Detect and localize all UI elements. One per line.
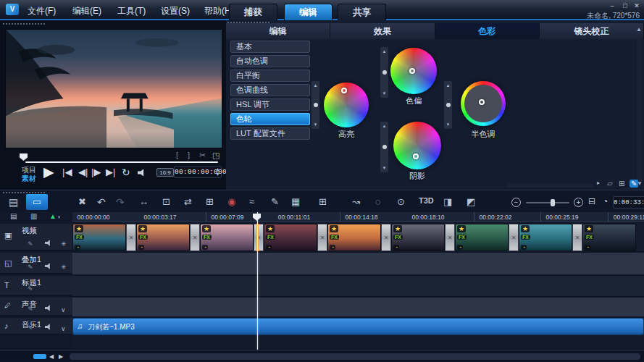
zoom-out-icon[interactable]: −	[511, 198, 521, 207]
track-mute-icon[interactable]	[45, 263, 52, 269]
video-clip[interactable]: ★FX◔	[264, 224, 317, 251]
track-header-voice[interactable]: 🖊 声音 ✎ ∨	[0, 298, 72, 316]
cast-color-wheel[interactable]	[390, 48, 437, 94]
clip-mode-label[interactable]: 素材	[22, 174, 36, 184]
timeline-zoom-slider[interactable]	[526, 202, 569, 203]
cast-wheel-indicator[interactable]	[409, 68, 415, 74]
option-lut-profile[interactable]: LUT 配置文件	[230, 127, 310, 140]
go-end-button[interactable]: ▶|	[106, 167, 115, 177]
pencil-icon[interactable]: ✎	[28, 306, 33, 313]
shadow-wheel-indicator[interactable]	[413, 153, 419, 159]
shadow-luma-slider[interactable]: ▲▼	[380, 122, 388, 172]
fit-project-icon[interactable]: ↔	[139, 196, 149, 207]
go-start-button[interactable]: |◀	[62, 167, 72, 177]
title-track-lane[interactable]	[72, 276, 644, 296]
transition-slot[interactable]: ✕	[509, 224, 519, 251]
video-clip[interactable]: ★FX◔	[200, 224, 254, 251]
storyboard-view-icon[interactable]: ▤	[9, 196, 18, 208]
step-forward-button[interactable]: |▶	[91, 167, 101, 177]
add-track-icon[interactable]: ▲	[49, 212, 57, 220]
timeline-ruler[interactable]: 00:00:00:00 00:00:03:17 00:00:07:09 00:0…	[72, 212, 644, 222]
playhead-line[interactable]	[257, 212, 258, 350]
volume-icon[interactable]	[138, 169, 146, 177]
highlight-wheel-indicator[interactable]	[341, 88, 347, 93]
panel-scrollbar[interactable]	[637, 39, 642, 184]
redo-icon[interactable]: ↷	[116, 196, 125, 208]
transition-slot[interactable]: ✕	[126, 224, 136, 251]
transition-slot[interactable]: ✕	[190, 224, 200, 251]
tools-icon[interactable]: ✖	[78, 196, 86, 207]
video-clip[interactable]: ★FX◔	[519, 224, 572, 251]
zoom-in-icon[interactable]: +	[574, 198, 583, 207]
transition-slot[interactable]: ✕	[381, 224, 391, 251]
shadow-color-wheel[interactable]	[393, 122, 441, 169]
timeline-zoom-knob[interactable]	[551, 199, 555, 206]
track-chevron-icon[interactable]: ∨	[61, 306, 66, 313]
fit-timeline-icon[interactable]: ⊟	[588, 196, 595, 206]
scroll-left-icon[interactable]: ◀	[49, 353, 54, 360]
enlarge-preview-icon[interactable]: ◳	[212, 151, 219, 160]
track-effect-icon[interactable]: ✳	[61, 240, 67, 248]
video-clip[interactable]: ★FX◔	[327, 224, 381, 251]
mode-tab-capture[interactable]: 捕获	[229, 4, 277, 20]
insert-clip-icon[interactable]: ⊞	[206, 196, 214, 207]
minimize-button[interactable]: –	[607, 2, 617, 10]
mode-tab-edit[interactable]: 编辑	[284, 4, 333, 20]
video-clip[interactable]: ★FX◔	[136, 224, 190, 251]
video-clip[interactable]: ★FX◔	[391, 224, 445, 251]
record-capture-icon[interactable]: ◉	[227, 196, 235, 207]
edit-mode-icon[interactable]: ✎	[630, 180, 638, 188]
transition-slot[interactable]: ✕	[254, 224, 264, 251]
midtone-color-ring[interactable]	[461, 81, 506, 126]
track-mute-icon[interactable]	[45, 305, 52, 311]
menu-edit[interactable]: 编辑(E)	[72, 5, 101, 17]
split-clip-icon[interactable]: ✂	[199, 151, 206, 160]
step-back-button[interactable]: ◀|	[78, 167, 88, 177]
track-effect-icon[interactable]: ✳	[61, 264, 67, 271]
scrub-marker[interactable]	[20, 153, 28, 161]
sound-mixer-icon[interactable]: ≈	[249, 196, 254, 207]
pencil-icon[interactable]: ✎	[28, 324, 33, 332]
music-clip[interactable]: ♫ 刀剑若~1.MP3	[72, 318, 644, 335]
ripple-edit-icon[interactable]: ⇄	[184, 196, 192, 207]
timeline-view-icon[interactable]: ▭	[26, 194, 48, 210]
menu-tools[interactable]: 工具(T)	[117, 5, 146, 17]
motion-tracking-icon[interactable]: ↝	[352, 196, 360, 207]
option-color-wheel[interactable]: 色轮	[230, 113, 310, 125]
resize-frame-icon[interactable]: ⊡	[162, 196, 170, 207]
track-manager-icon[interactable]: ▤	[10, 212, 17, 220]
add-track-dropdown-icon[interactable]: ▾	[58, 214, 60, 219]
undo-icon[interactable]: ↶	[97, 196, 106, 208]
subtitle-editor-icon[interactable]: ▦	[291, 196, 300, 207]
cast-luma-slider[interactable]: ▲▼	[380, 47, 388, 98]
folder-icon[interactable]: ▱	[607, 180, 613, 188]
overlay-track-lane[interactable]	[72, 253, 644, 274]
option-basic[interactable]: 基本	[230, 41, 310, 53]
track-menu-icon[interactable]: ▥	[30, 212, 37, 220]
video-clip[interactable]: ★FX◔	[72, 224, 126, 251]
transition-slot[interactable]: ✕	[445, 224, 455, 251]
panel-hscrollbar[interactable]	[507, 184, 593, 188]
layers-icon[interactable]: ◨	[443, 196, 452, 207]
grid-view-icon[interactable]: ⊞	[619, 180, 624, 188]
split-screen-template-icon[interactable]: ⊞	[319, 196, 327, 207]
scrub-track[interactable]	[25, 161, 218, 163]
pencil-icon[interactable]: ✎	[28, 264, 33, 271]
panel-expand-icon[interactable]: ▸	[597, 180, 600, 186]
mark-in-icon[interactable]: [	[176, 151, 178, 159]
timecode-stepper[interactable]: ▲▼	[215, 167, 220, 177]
midtone-ring-indicator[interactable]	[479, 99, 485, 105]
layer-edit-icon[interactable]: ◩	[467, 196, 475, 207]
mode-tab-share[interactable]: 共享	[338, 4, 386, 20]
track-header-video[interactable]: ▣ 视频 ✎ ✳	[0, 224, 72, 251]
option-auto-tone[interactable]: 自动色调	[230, 55, 310, 67]
close-button[interactable]: ✕	[632, 2, 642, 10]
play-button[interactable]: ▶	[43, 164, 54, 180]
option-white-balance[interactable]: 白平衡	[230, 70, 310, 82]
midtone-luma-slider[interactable]: ▲▼	[444, 81, 452, 129]
paint-creator-icon[interactable]: ✎	[271, 196, 279, 207]
track-mute-icon[interactable]	[45, 240, 52, 246]
menu-file[interactable]: 文件(F)	[28, 5, 56, 17]
pencil-icon[interactable]: ✎	[28, 285, 33, 292]
tab-color[interactable]: 色彩	[435, 23, 539, 39]
